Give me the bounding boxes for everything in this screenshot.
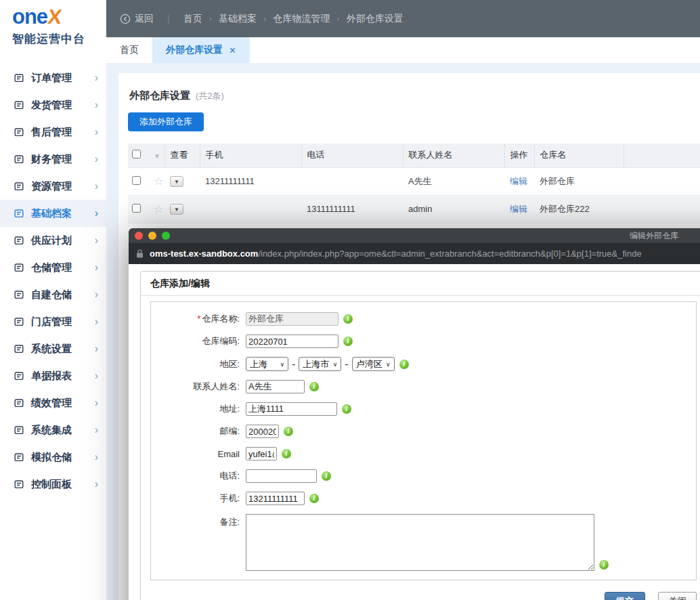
sidebar-item-仓储管理[interactable]: 仓储管理› bbox=[0, 254, 106, 281]
chevron-right-icon: › bbox=[95, 425, 98, 435]
archive-icon bbox=[14, 208, 24, 219]
shipping-icon bbox=[14, 100, 24, 110]
cell-phone bbox=[301, 167, 403, 195]
cell-warehouse: 外部仓库 bbox=[534, 167, 624, 195]
url-domain: oms-test.ex-sandbox.com bbox=[150, 249, 258, 259]
sidebar-item-售后管理[interactable]: 售后管理› bbox=[0, 119, 106, 146]
sidebar-item-控制面板[interactable]: 控制面板› bbox=[0, 471, 106, 498]
topbar: 返回 | 首页›基础档案›仓库物流管理›外部仓库设置 bbox=[106, 0, 700, 37]
chevron-right-icon: › bbox=[95, 209, 98, 218]
tab-close-icon[interactable]: ✕ bbox=[229, 45, 236, 56]
breadcrumb-separator: › bbox=[263, 14, 266, 24]
memo-textarea[interactable] bbox=[246, 514, 594, 571]
star-icon[interactable]: ☆ bbox=[154, 203, 163, 215]
region-label: 地区: bbox=[151, 358, 246, 370]
sidebar-menu: 订单管理›发货管理›售后管理›财务管理›资源管理›基础档案›供应计划›仓储管理›… bbox=[0, 64, 106, 498]
tab-首页[interactable]: 首页 bbox=[106, 37, 152, 63]
zip-input[interactable] bbox=[246, 425, 279, 438]
sidebar-item-label: 单据报表 bbox=[31, 370, 95, 383]
sidebar-item-资源管理[interactable]: 资源管理› bbox=[0, 173, 106, 200]
info-icon: i bbox=[309, 494, 319, 503]
address-input[interactable] bbox=[246, 402, 337, 416]
supply-plan-icon bbox=[14, 235, 24, 246]
submit-button[interactable]: 提交 bbox=[605, 592, 645, 600]
warehouse-code-input[interactable] bbox=[246, 335, 338, 348]
sidebar-item-label: 自建仓储 bbox=[31, 288, 95, 301]
sidebar-item-系统设置[interactable]: 系统设置› bbox=[0, 335, 106, 362]
info-icon: i bbox=[343, 337, 353, 346]
close-button[interactable]: 关闭 bbox=[658, 592, 697, 600]
page-title: 外部仓库设置 bbox=[129, 89, 190, 102]
select-dropdown-icon[interactable]: ▼ bbox=[154, 152, 160, 160]
breadcrumb-item[interactable]: 仓库物流管理 bbox=[273, 13, 330, 25]
add-warehouse-button[interactable]: 添加外部仓库 bbox=[128, 112, 204, 131]
header-phone: 电话 bbox=[301, 144, 403, 167]
row-view-dropdown-button[interactable]: ▼ bbox=[170, 204, 183, 215]
settings-icon bbox=[14, 343, 24, 354]
chevron-right-icon: › bbox=[95, 317, 98, 326]
info-icon: i bbox=[284, 427, 293, 436]
back-button[interactable]: 返回 bbox=[120, 13, 154, 25]
window-body: 仓库添加/编辑 *仓库名称: i 仓库编码: i 地区: 上海∨ bbox=[129, 264, 700, 600]
province-select[interactable]: 上海∨ bbox=[246, 357, 288, 371]
contact-name-input[interactable] bbox=[246, 380, 305, 393]
chevron-right-icon: › bbox=[95, 344, 98, 353]
sidebar-item-发货管理[interactable]: 发货管理› bbox=[0, 91, 106, 119]
sidebar-item-财务管理[interactable]: 财务管理› bbox=[0, 146, 106, 173]
row-view-dropdown-button[interactable]: ▼ bbox=[170, 176, 183, 187]
warehouse-name-input[interactable] bbox=[246, 312, 338, 326]
window-minimize-icon[interactable] bbox=[148, 232, 156, 240]
sidebar-item-自建仓储[interactable]: 自建仓储› bbox=[0, 281, 106, 308]
form-fieldset: *仓库名称: i 仓库编码: i 地区: 上海∨ - 上海市∨ bbox=[150, 301, 697, 580]
finance-icon bbox=[14, 154, 24, 165]
phone-input[interactable] bbox=[246, 469, 317, 483]
cell-phone: 13111111111 bbox=[301, 195, 403, 223]
sidebar-item-label: 系统集成 bbox=[31, 424, 95, 437]
sidebar-item-订单管理[interactable]: 订单管理› bbox=[0, 64, 106, 91]
sidebar-item-模拟仓储[interactable]: 模拟仓储› bbox=[0, 444, 106, 471]
sidebar-item-供应计划[interactable]: 供应计划› bbox=[0, 227, 106, 254]
row-checkbox[interactable] bbox=[132, 204, 141, 213]
window-titlebar[interactable]: 编辑外部仓库 bbox=[129, 228, 700, 243]
table-row: ☆▼13211111111A先生编辑外部仓库 bbox=[128, 167, 700, 195]
chevron-down-icon: ∨ bbox=[386, 361, 391, 368]
breadcrumb-item[interactable]: 首页 bbox=[183, 13, 202, 25]
chevron-right-icon: › bbox=[95, 290, 98, 299]
phone-label: 电话: bbox=[151, 470, 246, 482]
sidebar-item-基础档案[interactable]: 基础档案› bbox=[0, 200, 106, 227]
row-checkbox[interactable] bbox=[132, 176, 141, 185]
table-row: ☆▼13111111111admin编辑外部仓库222 bbox=[128, 195, 700, 223]
window-zoom-icon[interactable] bbox=[162, 232, 170, 240]
breadcrumb-item[interactable]: 基础档案 bbox=[219, 13, 257, 25]
sidebar-item-门店管理[interactable]: 门店管理› bbox=[0, 308, 106, 335]
window-close-icon[interactable] bbox=[135, 232, 143, 240]
email-label: Email bbox=[151, 449, 246, 459]
header-view: 查看 bbox=[165, 144, 200, 167]
email-input[interactable] bbox=[246, 447, 277, 460]
warehouse-code-label: 仓库编码: bbox=[151, 335, 246, 347]
sidebar-item-系统集成[interactable]: 系统集成› bbox=[0, 416, 106, 444]
header-action: 操作 bbox=[504, 144, 534, 167]
city-select[interactable]: 上海市∨ bbox=[299, 357, 341, 371]
form-footer: 提交 关闭 bbox=[150, 580, 697, 600]
sidebar-item-绩效管理[interactable]: 绩效管理› bbox=[0, 389, 106, 416]
district-select[interactable]: 卢湾区∨ bbox=[352, 357, 395, 371]
star-icon[interactable]: ☆ bbox=[154, 175, 163, 187]
tab-bar: 首页外部仓库设置✕ bbox=[106, 37, 700, 63]
warehouse-table: ▼ 查看 手机 电话 联系人姓名 操作 仓库名 ☆▼13211111111A先生… bbox=[128, 144, 700, 223]
breadcrumb-item[interactable]: 外部仓库设置 bbox=[347, 13, 403, 25]
topbar-divider: | bbox=[167, 14, 170, 24]
edit-link[interactable]: 编辑 bbox=[510, 204, 527, 214]
sidebar-item-label: 资源管理 bbox=[31, 180, 95, 193]
tab-外部仓库设置[interactable]: 外部仓库设置✕ bbox=[152, 37, 250, 63]
sidebar: one X 智能运营中台 订单管理›发货管理›售后管理›财务管理›资源管理›基础… bbox=[0, 0, 106, 600]
select-all-checkbox[interactable] bbox=[132, 150, 141, 158]
record-count: (共2条) bbox=[196, 90, 224, 102]
report-icon bbox=[14, 370, 24, 381]
mobile-input[interactable] bbox=[246, 492, 305, 505]
info-icon: i bbox=[309, 382, 319, 391]
edit-link[interactable]: 编辑 bbox=[510, 176, 527, 186]
region-dash: - bbox=[345, 358, 348, 370]
sidebar-item-单据报表[interactable]: 单据报表› bbox=[0, 362, 106, 389]
url-bar[interactable]: oms-test.ex-sandbox.com/index.php/index.… bbox=[129, 243, 700, 264]
